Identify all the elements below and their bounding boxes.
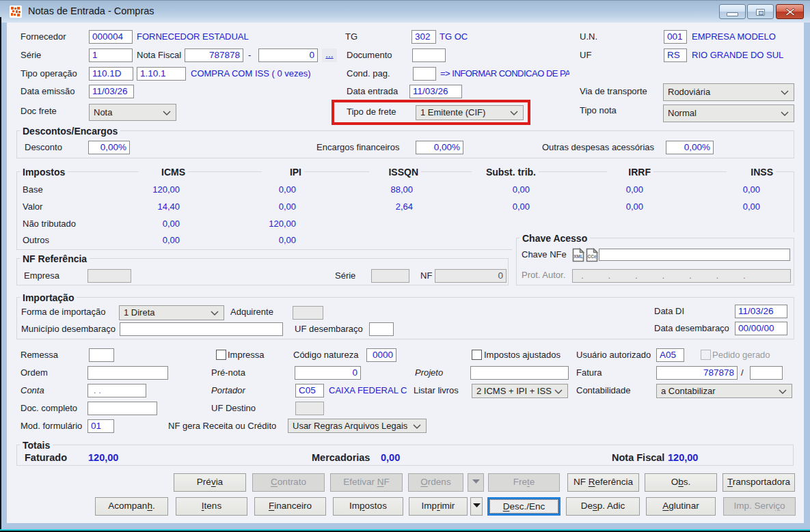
- svg-text:CCe: CCe: [588, 254, 597, 259]
- svg-text:XML: XML: [573, 254, 583, 259]
